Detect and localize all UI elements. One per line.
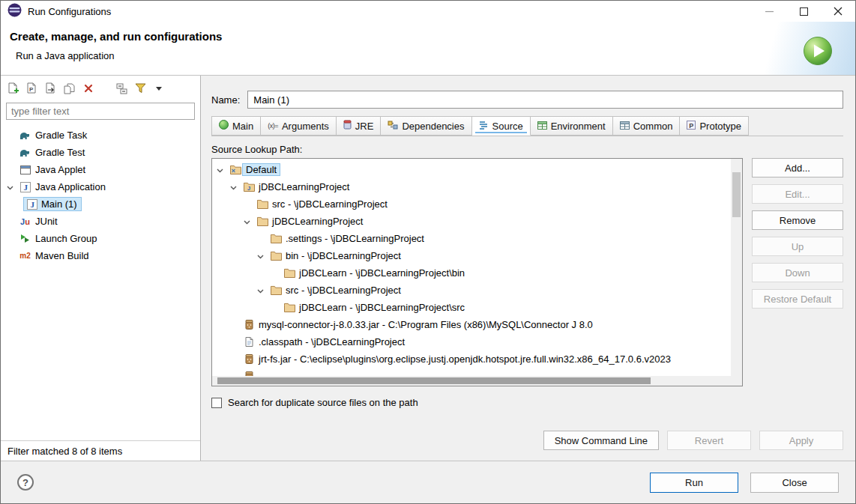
- edit-button[interactable]: Edit...: [752, 184, 843, 204]
- tree-item-maven-build[interactable]: m2 Maven Build: [1, 247, 200, 264]
- source-row[interactable]: jrt-fs.jar - C:\eclipse\plugins\org.ecli…: [212, 350, 731, 368]
- tab-jre[interactable]: JRE: [337, 116, 382, 136]
- maximize-button[interactable]: [786, 1, 821, 22]
- duplicate-source-checkbox[interactable]: [211, 398, 222, 408]
- chevron-down-icon[interactable]: [7, 181, 13, 192]
- tree-item-label: Main (1): [41, 198, 77, 210]
- duplicate-config-icon[interactable]: [63, 82, 76, 95]
- dialog-footer: ? Run Close: [1, 461, 855, 503]
- close-button[interactable]: [821, 1, 855, 22]
- collapse-all-icon[interactable]: [115, 82, 128, 95]
- horizontal-scrollbar-thumb[interactable]: [217, 377, 651, 384]
- maven-icon: m2: [19, 252, 31, 260]
- revert-button[interactable]: Revert: [667, 431, 751, 450]
- launch-types-tree: Gradle Task Gradle Test Java Applet J Ja…: [1, 123, 200, 440]
- chevron-down-icon[interactable]: [257, 285, 264, 296]
- source-row[interactable]: mysql-connector-j-8.0.33.jar - C:\Progra…: [212, 316, 731, 333]
- export-launch-configs-icon[interactable]: [44, 82, 58, 95]
- jre-tab-icon: [343, 120, 352, 132]
- environment-tab-icon: [537, 121, 547, 132]
- source-row[interactable]: jDBCLearn - \jDBCLearningProject\src: [212, 299, 731, 316]
- duplicate-source-row: Search for duplicate source files on the…: [211, 397, 843, 408]
- up-button[interactable]: Up: [752, 237, 843, 256]
- launch-group-icon: [19, 234, 31, 243]
- tab-main[interactable]: Main: [211, 116, 261, 136]
- config-name-input[interactable]: [247, 91, 843, 109]
- horizontal-scrollbar[interactable]: [212, 376, 731, 386]
- tree-item-junit[interactable]: Ju JUnit: [1, 213, 200, 230]
- tree-item-label: Java Applet: [35, 164, 85, 175]
- source-tab-icon: [479, 121, 489, 132]
- java-application-icon: J: [25, 199, 38, 210]
- tree-item-label: Java Application: [35, 181, 106, 192]
- restore-default-button[interactable]: Restore Default: [752, 289, 843, 309]
- svg-text:P: P: [690, 121, 694, 129]
- type-filter-input[interactable]: [6, 103, 195, 120]
- add-button[interactable]: Add...: [752, 158, 843, 177]
- source-lookup-label: Source Lookup Path:: [211, 144, 843, 155]
- source-row[interactable]: .classpath - \jDBCLearningProject: [212, 333, 731, 350]
- tab-source[interactable]: Source: [472, 116, 531, 136]
- titlebar: Run Configurations: [1, 1, 855, 22]
- chevron-down-icon[interactable]: [217, 164, 223, 175]
- apply-button[interactable]: Apply: [759, 431, 843, 450]
- chevron-down-icon[interactable]: [257, 250, 264, 261]
- source-row[interactable]: bin - \jDBCLearningProject: [212, 247, 731, 264]
- source-row-default[interactable]: Default: [212, 161, 731, 178]
- gradle-icon: [19, 131, 31, 140]
- show-command-line-button[interactable]: Show Command Line: [543, 431, 659, 450]
- java-applet-icon: [19, 166, 31, 174]
- tree-item-main-1[interactable]: J Main (1): [1, 195, 200, 213]
- filter-icon[interactable]: [133, 82, 147, 95]
- tab-environment[interactable]: Environment: [531, 116, 613, 136]
- project-folder-icon: J: [242, 182, 256, 192]
- source-row[interactable]: .settings - \jDBCLearningProject: [212, 230, 731, 247]
- chevron-down-icon[interactable]: [230, 181, 237, 192]
- selected-highlight: J Main (1): [23, 197, 82, 211]
- source-row[interactable]: src - \jDBCLearningProject: [212, 195, 731, 213]
- tree-item-label: Gradle Test: [35, 147, 85, 158]
- tree-item-java-applet[interactable]: Java Applet: [1, 161, 200, 178]
- dependencies-tab-icon: [388, 121, 398, 132]
- run-button[interactable]: Run: [650, 473, 738, 493]
- tab-prototype[interactable]: P Prototype: [680, 116, 749, 136]
- tree-item-gradle-test[interactable]: Gradle Test: [1, 144, 200, 161]
- vertical-scrollbar-thumb[interactable]: [732, 172, 741, 217]
- default-folder-icon: [229, 165, 242, 174]
- folder-icon: [283, 303, 296, 312]
- window-title: Run Configurations: [28, 6, 111, 17]
- main-tab-icon: [219, 120, 229, 132]
- folder-icon: [269, 234, 283, 243]
- source-row[interactable]: src - \jDBCLearningProject: [212, 282, 731, 299]
- close-dialog-button[interactable]: Close: [750, 473, 839, 493]
- tree-item-launch-group[interactable]: Launch Group: [1, 230, 200, 247]
- tree-item-java-application[interactable]: J Java Application: [1, 178, 200, 195]
- svg-text:J: J: [23, 183, 28, 192]
- help-icon[interactable]: ?: [17, 474, 34, 491]
- source-row[interactable]: jDBCLearn - \jDBCLearningProject\bin: [212, 264, 731, 282]
- tab-arguments[interactable]: (x)= Arguments: [261, 116, 337, 136]
- vertical-scrollbar[interactable]: [731, 159, 742, 376]
- delete-config-icon[interactable]: [82, 82, 95, 95]
- folder-icon: [256, 199, 269, 209]
- banner-art: [728, 22, 855, 75]
- tab-dependencies[interactable]: Dependencies: [381, 116, 471, 136]
- minimize-button[interactable]: [752, 1, 786, 22]
- remove-button[interactable]: Remove: [752, 210, 843, 230]
- svg-text:J: J: [247, 185, 250, 192]
- filter-status: Filter matched 8 of 8 items: [1, 440, 200, 461]
- down-button[interactable]: Down: [752, 263, 843, 282]
- source-row[interactable]: jDBCLearningProject: [212, 213, 731, 230]
- tree-item-gradle-task[interactable]: Gradle Task: [1, 127, 200, 144]
- tab-common[interactable]: Common: [613, 116, 681, 136]
- view-menu-dropdown-icon[interactable]: [152, 82, 166, 95]
- java-application-icon: J: [19, 182, 31, 192]
- arguments-tab-icon: (x)=: [268, 122, 278, 130]
- run-ball-icon: [803, 36, 833, 66]
- source-row-partial[interactable]: [212, 368, 731, 376]
- new-prototype-icon[interactable]: P: [25, 82, 39, 95]
- new-launch-config-icon[interactable]: [7, 82, 20, 95]
- chevron-down-icon[interactable]: [244, 216, 250, 227]
- source-row[interactable]: J jDBCLearningProject: [212, 178, 731, 195]
- gradle-icon: [19, 148, 31, 157]
